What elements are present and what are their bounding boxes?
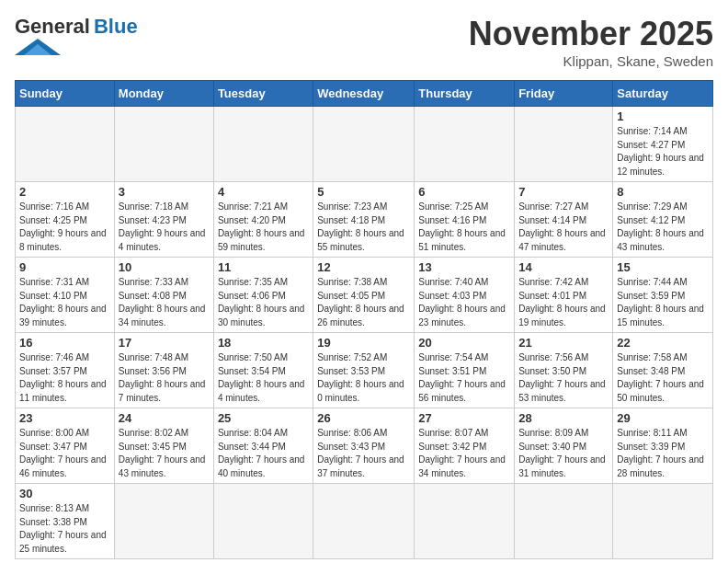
calendar-cell [213,107,313,182]
day-info: Sunrise: 7:35 AM Sunset: 4:06 PM Dayligh… [218,276,309,329]
day-number: 21 [518,336,609,350]
day-info: Sunrise: 7:33 AM Sunset: 4:08 PM Dayligh… [119,276,210,329]
day-info: Sunrise: 7:38 AM Sunset: 4:05 PM Dayligh… [317,276,410,329]
day-number: 6 [418,185,510,199]
week-row-3: 16Sunrise: 7:46 AM Sunset: 3:57 PM Dayli… [16,333,713,408]
day-number: 9 [19,260,110,274]
calendar-cell: 27Sunrise: 8:07 AM Sunset: 3:42 PM Dayli… [415,408,515,484]
calendar-cell: 10Sunrise: 7:33 AM Sunset: 4:08 PM Dayli… [114,258,213,333]
day-info: Sunrise: 8:04 AM Sunset: 3:44 PM Dayligh… [218,427,309,480]
calendar-cell [114,107,213,182]
calendar-cell: 11Sunrise: 7:35 AM Sunset: 4:06 PM Dayli… [213,258,313,333]
day-number: 22 [617,336,709,350]
header-wednesday: Wednesday [313,81,415,107]
week-row-2: 9Sunrise: 7:31 AM Sunset: 4:10 PM Daylig… [16,258,713,333]
calendar-cell: 29Sunrise: 8:11 AM Sunset: 3:39 PM Dayli… [613,408,713,484]
header-sunday: Sunday [16,81,115,107]
calendar-cell: 6Sunrise: 7:25 AM Sunset: 4:16 PM Daylig… [415,182,515,258]
day-info: Sunrise: 7:29 AM Sunset: 4:12 PM Dayligh… [617,201,709,254]
calendar-cell: 4Sunrise: 7:21 AM Sunset: 4:20 PM Daylig… [213,182,313,258]
header-row: SundayMondayTuesdayWednesdayThursdayFrid… [16,81,713,107]
title-block: November 2025 Klippan, Skane, Sweden [469,15,713,69]
calendar-cell: 28Sunrise: 8:09 AM Sunset: 3:40 PM Dayli… [515,408,613,484]
calendar-cell: 14Sunrise: 7:42 AM Sunset: 4:01 PM Dayli… [515,258,613,333]
header-monday: Monday [114,81,213,107]
day-info: Sunrise: 8:07 AM Sunset: 3:42 PM Dayligh… [418,427,510,480]
day-info: Sunrise: 7:58 AM Sunset: 3:48 PM Dayligh… [617,351,709,405]
calendar-cell: 1Sunrise: 7:14 AM Sunset: 4:27 PM Daylig… [613,107,713,182]
day-number: 26 [317,411,410,425]
header-thursday: Thursday [415,81,515,107]
calendar-cell: 15Sunrise: 7:44 AM Sunset: 3:59 PM Dayli… [613,258,713,333]
day-number: 13 [418,260,510,274]
calendar-cell [415,484,515,559]
calendar-cell: 13Sunrise: 7:40 AM Sunset: 4:03 PM Dayli… [415,258,515,333]
day-info: Sunrise: 7:46 AM Sunset: 3:57 PM Dayligh… [19,351,110,405]
logo-icon [15,39,61,55]
day-info: Sunrise: 7:16 AM Sunset: 4:25 PM Dayligh… [19,201,110,254]
calendar-header: SundayMondayTuesdayWednesdayThursdayFrid… [16,81,713,107]
calendar-cell: 7Sunrise: 7:27 AM Sunset: 4:14 PM Daylig… [515,182,613,258]
calendar-cell: 17Sunrise: 7:48 AM Sunset: 3:56 PM Dayli… [114,333,213,408]
logo-general-text: General [15,15,90,39]
day-number: 10 [119,260,210,274]
day-number: 15 [617,260,709,274]
day-info: Sunrise: 8:09 AM Sunset: 3:40 PM Dayligh… [518,427,609,480]
day-number: 14 [518,260,609,274]
calendar-cell [114,484,213,559]
day-number: 12 [317,260,410,274]
week-row-1: 2Sunrise: 7:16 AM Sunset: 4:25 PM Daylig… [16,182,713,258]
day-number: 1 [617,109,709,123]
day-info: Sunrise: 7:50 AM Sunset: 3:54 PM Dayligh… [218,351,309,405]
day-info: Sunrise: 8:06 AM Sunset: 3:43 PM Dayligh… [317,427,410,480]
day-number: 20 [418,336,510,350]
day-number: 4 [218,185,309,199]
calendar-cell [16,107,115,182]
calendar-cell: 5Sunrise: 7:23 AM Sunset: 4:18 PM Daylig… [313,182,415,258]
calendar-cell: 21Sunrise: 7:56 AM Sunset: 3:50 PM Dayli… [515,333,613,408]
header-saturday: Saturday [613,81,713,107]
day-info: Sunrise: 7:31 AM Sunset: 4:10 PM Dayligh… [19,276,110,329]
day-number: 11 [218,260,309,274]
day-number: 29 [617,411,709,425]
calendar-cell: 12Sunrise: 7:38 AM Sunset: 4:05 PM Dayli… [313,258,415,333]
day-info: Sunrise: 7:40 AM Sunset: 4:03 PM Dayligh… [418,276,510,329]
calendar-cell: 24Sunrise: 8:02 AM Sunset: 3:45 PM Dayli… [114,408,213,484]
day-number: 27 [418,411,510,425]
calendar-cell: 30Sunrise: 8:13 AM Sunset: 3:38 PM Dayli… [16,484,115,559]
day-number: 2 [19,185,110,199]
day-info: Sunrise: 7:54 AM Sunset: 3:51 PM Dayligh… [418,351,510,405]
day-number: 3 [119,185,210,199]
day-info: Sunrise: 7:48 AM Sunset: 3:56 PM Dayligh… [119,351,210,405]
day-number: 18 [218,336,309,350]
calendar-cell: 19Sunrise: 7:52 AM Sunset: 3:53 PM Dayli… [313,333,415,408]
day-info: Sunrise: 8:11 AM Sunset: 3:39 PM Dayligh… [617,427,709,480]
week-row-5: 30Sunrise: 8:13 AM Sunset: 3:38 PM Dayli… [16,484,713,559]
day-number: 28 [518,411,609,425]
day-info: Sunrise: 7:14 AM Sunset: 4:27 PM Dayligh… [617,125,709,178]
page-header: General Blue November 2025 Klippan, Skan… [15,15,713,69]
calendar-cell: 8Sunrise: 7:29 AM Sunset: 4:12 PM Daylig… [613,182,713,258]
day-info: Sunrise: 8:00 AM Sunset: 3:47 PM Dayligh… [19,427,110,480]
day-number: 5 [317,185,410,199]
calendar-cell: 16Sunrise: 7:46 AM Sunset: 3:57 PM Dayli… [16,333,115,408]
calendar-cell: 20Sunrise: 7:54 AM Sunset: 3:51 PM Dayli… [415,333,515,408]
day-info: Sunrise: 7:56 AM Sunset: 3:50 PM Dayligh… [518,351,609,405]
day-number: 30 [19,487,110,500]
day-number: 16 [19,336,110,350]
calendar-body: 1Sunrise: 7:14 AM Sunset: 4:27 PM Daylig… [16,107,713,559]
day-info: Sunrise: 7:44 AM Sunset: 3:59 PM Dayligh… [617,276,709,329]
day-info: Sunrise: 7:25 AM Sunset: 4:16 PM Dayligh… [418,201,510,254]
calendar-cell: 22Sunrise: 7:58 AM Sunset: 3:48 PM Dayli… [613,333,713,408]
day-info: Sunrise: 7:18 AM Sunset: 4:23 PM Dayligh… [119,201,210,254]
calendar-cell: 18Sunrise: 7:50 AM Sunset: 3:54 PM Dayli… [213,333,313,408]
header-tuesday: Tuesday [213,81,313,107]
day-info: Sunrise: 7:23 AM Sunset: 4:18 PM Dayligh… [317,201,410,254]
logo-blue-text: Blue [94,15,138,39]
header-friday: Friday [515,81,613,107]
day-number: 23 [19,411,110,425]
day-number: 17 [119,336,210,350]
week-row-4: 23Sunrise: 8:00 AM Sunset: 3:47 PM Dayli… [16,408,713,484]
day-number: 19 [317,336,410,350]
logo: General Blue [15,15,138,55]
